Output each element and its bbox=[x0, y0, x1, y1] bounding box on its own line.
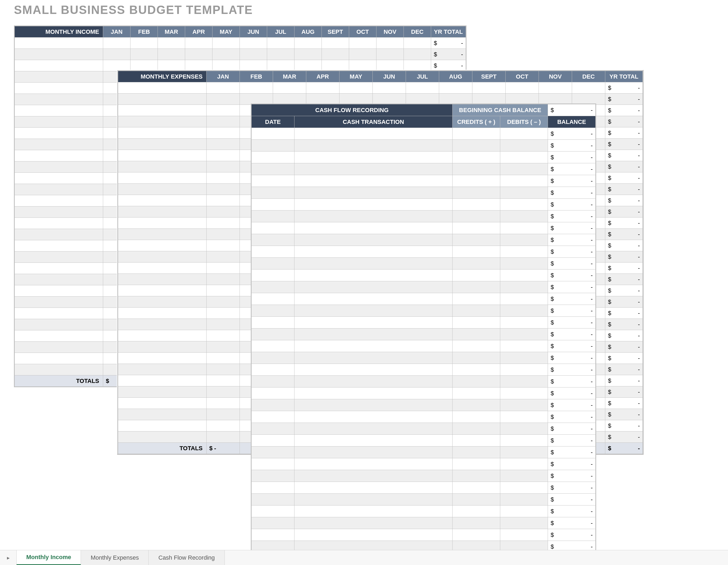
cashflow-cell[interactable] bbox=[294, 151, 453, 163]
expenses-cell[interactable] bbox=[207, 409, 240, 420]
cashflow-cell[interactable] bbox=[294, 258, 453, 269]
expenses-cell[interactable] bbox=[207, 375, 240, 387]
income-cell[interactable] bbox=[349, 60, 376, 71]
expenses-cell[interactable] bbox=[207, 341, 240, 353]
expenses-row-label[interactable] bbox=[118, 184, 207, 195]
expenses-cell[interactable] bbox=[207, 420, 240, 432]
expenses-row-label[interactable] bbox=[118, 341, 207, 353]
income-row-label[interactable] bbox=[15, 161, 103, 173]
cashflow-cell[interactable] bbox=[500, 199, 548, 210]
cashflow-cell[interactable] bbox=[453, 151, 500, 163]
expenses-cell[interactable] bbox=[207, 139, 240, 150]
cashflow-cell[interactable] bbox=[252, 517, 294, 529]
cashflow-cell[interactable] bbox=[453, 340, 500, 352]
income-cell[interactable] bbox=[349, 38, 376, 49]
income-cell[interactable] bbox=[404, 49, 431, 60]
cashflow-cell[interactable] bbox=[294, 423, 453, 435]
expenses-cell[interactable] bbox=[373, 94, 406, 105]
cashflow-cell[interactable] bbox=[252, 352, 294, 364]
income-cell[interactable] bbox=[130, 49, 158, 60]
expenses-row-label[interactable] bbox=[118, 161, 207, 172]
income-cell[interactable] bbox=[103, 38, 130, 49]
expenses-row-label[interactable] bbox=[118, 364, 207, 375]
cashflow-cell[interactable] bbox=[500, 529, 548, 541]
income-cell[interactable] bbox=[240, 38, 267, 49]
cashflow-cell[interactable] bbox=[294, 435, 453, 447]
income-cell[interactable] bbox=[376, 38, 404, 49]
cashflow-cell[interactable] bbox=[453, 128, 500, 140]
cashflow-cell[interactable] bbox=[294, 364, 453, 376]
cashflow-cell[interactable] bbox=[252, 494, 294, 506]
expenses-cell[interactable] bbox=[207, 105, 240, 116]
expenses-cell[interactable] bbox=[207, 364, 240, 375]
expenses-cell[interactable] bbox=[273, 94, 306, 105]
cashflow-cell[interactable] bbox=[252, 305, 294, 317]
income-row-label[interactable] bbox=[15, 173, 103, 184]
expenses-cell[interactable] bbox=[207, 82, 240, 94]
cashflow-cell[interactable] bbox=[294, 376, 453, 388]
income-row-label[interactable] bbox=[15, 195, 103, 206]
cashflow-cell[interactable] bbox=[252, 151, 294, 163]
cashflow-cell[interactable] bbox=[453, 506, 500, 517]
cashflow-cell[interactable] bbox=[252, 447, 294, 458]
cashflow-cell[interactable] bbox=[453, 458, 500, 470]
cashflow-cell[interactable] bbox=[453, 234, 500, 246]
cashflow-cell[interactable] bbox=[500, 128, 548, 140]
tab-monthly-income[interactable]: Monthly Income bbox=[17, 550, 81, 565]
cashflow-cell[interactable] bbox=[453, 388, 500, 399]
cashflow-cell[interactable] bbox=[500, 494, 548, 506]
expenses-cell[interactable] bbox=[207, 206, 240, 217]
cashflow-cell[interactable] bbox=[294, 293, 453, 305]
cashflow-cell[interactable] bbox=[294, 388, 453, 399]
expenses-row-label[interactable] bbox=[118, 308, 207, 319]
cashflow-cell[interactable] bbox=[453, 163, 500, 175]
income-cell[interactable] bbox=[158, 38, 185, 49]
expenses-row-label[interactable] bbox=[118, 82, 207, 94]
income-cell[interactable] bbox=[130, 38, 158, 49]
cashflow-cell[interactable] bbox=[252, 293, 294, 305]
cashflow-cell[interactable] bbox=[453, 470, 500, 482]
expenses-cell[interactable] bbox=[406, 82, 439, 94]
income-cell[interactable] bbox=[322, 49, 349, 60]
cashflow-cell[interactable] bbox=[500, 175, 548, 187]
income-row-label[interactable] bbox=[15, 184, 103, 195]
cashflow-cell[interactable] bbox=[252, 506, 294, 517]
cashflow-cell[interactable] bbox=[453, 423, 500, 435]
cashflow-cell[interactable] bbox=[252, 529, 294, 541]
expenses-row-label[interactable] bbox=[118, 409, 207, 420]
cashflow-cell[interactable] bbox=[294, 529, 453, 541]
income-row-label[interactable] bbox=[15, 240, 103, 251]
cashflow-cell[interactable] bbox=[500, 470, 548, 482]
cashflow-cell[interactable] bbox=[500, 388, 548, 399]
cashflow-cell[interactable] bbox=[500, 340, 548, 352]
income-cell[interactable] bbox=[294, 60, 322, 71]
expenses-cell[interactable] bbox=[339, 94, 373, 105]
income-row-label[interactable] bbox=[15, 229, 103, 240]
cashflow-cell[interactable] bbox=[453, 140, 500, 151]
income-cell[interactable] bbox=[185, 60, 212, 71]
income-cell[interactable] bbox=[404, 38, 431, 49]
expenses-cell[interactable] bbox=[572, 82, 605, 94]
income-cell[interactable] bbox=[158, 60, 185, 71]
cashflow-cell[interactable] bbox=[500, 151, 548, 163]
cashflow-cell[interactable] bbox=[500, 517, 548, 529]
expenses-row-label[interactable] bbox=[118, 240, 207, 251]
expenses-cell[interactable] bbox=[539, 94, 572, 105]
expenses-cell[interactable] bbox=[207, 296, 240, 308]
expenses-cell[interactable] bbox=[207, 319, 240, 330]
cashflow-cell[interactable] bbox=[294, 352, 453, 364]
expenses-row-label[interactable] bbox=[118, 116, 207, 127]
cashflow-cell[interactable] bbox=[294, 187, 453, 199]
cashflow-cell[interactable] bbox=[294, 399, 453, 411]
cashflow-cell[interactable] bbox=[294, 163, 453, 175]
expenses-cell[interactable] bbox=[539, 82, 572, 94]
cashflow-cell[interactable] bbox=[294, 175, 453, 187]
expenses-cell[interactable] bbox=[207, 184, 240, 195]
expenses-cell[interactable] bbox=[207, 229, 240, 240]
cashflow-cell[interactable] bbox=[453, 352, 500, 364]
cashflow-cell[interactable] bbox=[500, 269, 548, 281]
cashflow-cell[interactable] bbox=[294, 199, 453, 210]
cashflow-cell[interactable] bbox=[294, 517, 453, 529]
expenses-row-label[interactable] bbox=[118, 420, 207, 432]
cashflow-cell[interactable] bbox=[294, 494, 453, 506]
